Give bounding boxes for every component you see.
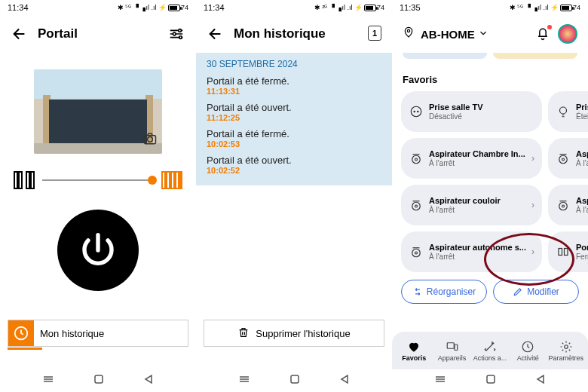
- gate-position-slider[interactable]: [14, 170, 182, 190]
- tab-favoris[interactable]: Favoris: [395, 340, 433, 362]
- history-item[interactable]: Portail a été fermé. 11:13:31: [207, 75, 381, 96]
- status-time: 11:34: [8, 3, 29, 12]
- tab-appareils[interactable]: Appareils: [433, 340, 470, 362]
- tab-actions[interactable]: Actions a...: [471, 340, 509, 362]
- history-list[interactable]: 30 SEPTEMBRE 2024 Portail a été fermé. 1…: [196, 53, 392, 185]
- svg-point-20: [418, 111, 419, 112]
- svg-rect-16: [291, 375, 299, 383]
- svg-point-26: [412, 202, 421, 210]
- svg-point-0: [179, 29, 182, 32]
- history-date: 30 SEPTEMBRE 2024: [207, 59, 381, 69]
- svg-rect-5: [14, 172, 17, 188]
- nav-recent-icon[interactable]: [434, 373, 446, 388]
- status-time: 11:35: [400, 3, 421, 12]
- svg-rect-32: [559, 249, 562, 256]
- svg-point-29: [562, 205, 564, 207]
- power-button[interactable]: [57, 210, 139, 291]
- chevron-right-icon: ›: [531, 247, 534, 257]
- nav-home-icon[interactable]: [93, 374, 104, 387]
- svg-rect-13: [180, 172, 182, 188]
- content: Mon historique: [0, 53, 196, 369]
- favorites-grid: Prise salle TVDésactivé Prise CuisineÉte…: [392, 91, 588, 272]
- header: Mon historique 1: [196, 15, 392, 53]
- nav-home-icon[interactable]: [289, 374, 300, 387]
- nav-back-icon[interactable]: [339, 374, 350, 387]
- gate-snapshot[interactable]: [34, 69, 162, 154]
- accent-underline: [8, 348, 42, 350]
- location-dropdown[interactable]: AB-HOME: [421, 28, 488, 41]
- svg-point-22: [412, 155, 421, 164]
- chevron-right-icon: ›: [531, 200, 534, 210]
- history-item[interactable]: Portail a été fermé. 10:02:53: [207, 128, 381, 149]
- status-bar: 11:34 ✱ ²ᴳ ▝ ▗ıl .ıl ⚡ 74: [196, 0, 392, 15]
- svg-point-19: [414, 111, 415, 112]
- bulb-icon: [556, 104, 571, 119]
- svg-point-23: [415, 158, 418, 161]
- history-button[interactable]: Mon historique: [8, 320, 188, 347]
- status-icons: ✱ ²ᴳ ▝ ▗ıl .ıl ⚡ 74: [314, 4, 384, 11]
- vacuum-icon: [409, 151, 424, 166]
- device-tile[interactable]: Aspirateur autonome s...À l'arrêt ›: [401, 231, 542, 272]
- page-indicator[interactable]: 1: [368, 26, 381, 41]
- status-icons: ✱ ⁵ᴳ ▝ ▗ıl .ıl ⚡ 74: [510, 4, 580, 11]
- nav-recent-icon[interactable]: [42, 373, 54, 388]
- tab-parametres[interactable]: Paramètres: [547, 340, 585, 362]
- svg-rect-11: [171, 172, 174, 188]
- vacuum-icon: [409, 198, 424, 213]
- gate-open-icon: [161, 170, 182, 190]
- screen-home: 11:35 ✱ ⁵ᴳ ▝ ▗ıl .ıl ⚡ 74 AB-HOME Favori…: [392, 0, 588, 392]
- svg-rect-34: [447, 342, 454, 348]
- android-nav: [196, 369, 392, 392]
- nav-recent-icon[interactable]: [238, 373, 250, 388]
- svg-rect-15: [95, 375, 103, 383]
- svg-point-21: [559, 107, 566, 114]
- favorites-heading: Favoris: [403, 74, 577, 85]
- avatar[interactable]: [558, 24, 577, 44]
- svg-rect-8: [31, 172, 34, 188]
- back-icon[interactable]: [207, 25, 225, 43]
- svg-point-27: [415, 205, 418, 207]
- history-item[interactable]: Portail a été ouvert. 11:12:25: [207, 102, 381, 122]
- device-tile[interactable]: Aspirateur Salle TvÀ l'arrêt ›: [548, 185, 588, 225]
- nav-home-icon[interactable]: [485, 374, 496, 387]
- svg-rect-12: [176, 172, 179, 188]
- nav-back-icon[interactable]: [143, 374, 154, 387]
- device-tile-portail[interactable]: PortailFermé ›: [548, 231, 588, 272]
- vacuum-icon: [556, 151, 571, 166]
- svg-point-4: [148, 137, 153, 142]
- svg-rect-9: [162, 172, 165, 188]
- nav-back-icon[interactable]: [535, 374, 546, 387]
- screen-historique: 11:34 ✱ ²ᴳ ▝ ▗ıl .ıl ⚡ 74 Mon historique…: [196, 0, 392, 392]
- settings-sliders-icon[interactable]: [167, 25, 185, 43]
- svg-rect-6: [19, 172, 22, 188]
- bottom-tab-bar: Favoris Appareils Actions a... Activité …: [392, 332, 588, 369]
- device-tile[interactable]: Aspirateur Chambre In...À l'arrêt ›: [401, 138, 542, 179]
- svg-rect-35: [455, 345, 458, 351]
- slider-thumb[interactable]: [148, 176, 157, 185]
- reorganize-button[interactable]: Réorganiser: [401, 280, 487, 304]
- modify-button[interactable]: Modifier: [493, 280, 579, 304]
- svg-point-18: [411, 106, 421, 117]
- device-tile[interactable]: Aspirateur salonÀ l'arrêt ›: [548, 138, 588, 179]
- chevron-right-icon: ›: [531, 153, 534, 164]
- device-tile[interactable]: Aspirateur couloirÀ l'arrêt ›: [401, 185, 542, 225]
- svg-point-37: [565, 345, 568, 348]
- history-item[interactable]: Portail a été ouvert. 10:02:52: [207, 155, 381, 175]
- tab-activite[interactable]: Activité: [509, 340, 547, 362]
- camera-icon[interactable]: [142, 131, 158, 149]
- trash-icon: [237, 326, 250, 341]
- notifications-icon[interactable]: [534, 25, 552, 43]
- gate-closed-icon: [14, 170, 35, 190]
- back-icon[interactable]: [11, 25, 29, 43]
- slider-track[interactable]: [42, 179, 154, 181]
- status-time: 11:34: [204, 3, 225, 12]
- device-tile[interactable]: Prise CuisineÉteint: [548, 91, 588, 132]
- svg-point-2: [179, 36, 182, 39]
- delete-history-button[interactable]: Supprimer l'historique: [204, 320, 384, 347]
- device-tile[interactable]: Prise salle TVDésactivé: [401, 91, 542, 132]
- page-title: Mon historique: [234, 26, 381, 41]
- outlet-icon: [409, 104, 424, 119]
- vacuum-icon: [556, 198, 571, 213]
- page-title: Portail: [38, 26, 158, 41]
- chevron-down-icon: [478, 28, 488, 41]
